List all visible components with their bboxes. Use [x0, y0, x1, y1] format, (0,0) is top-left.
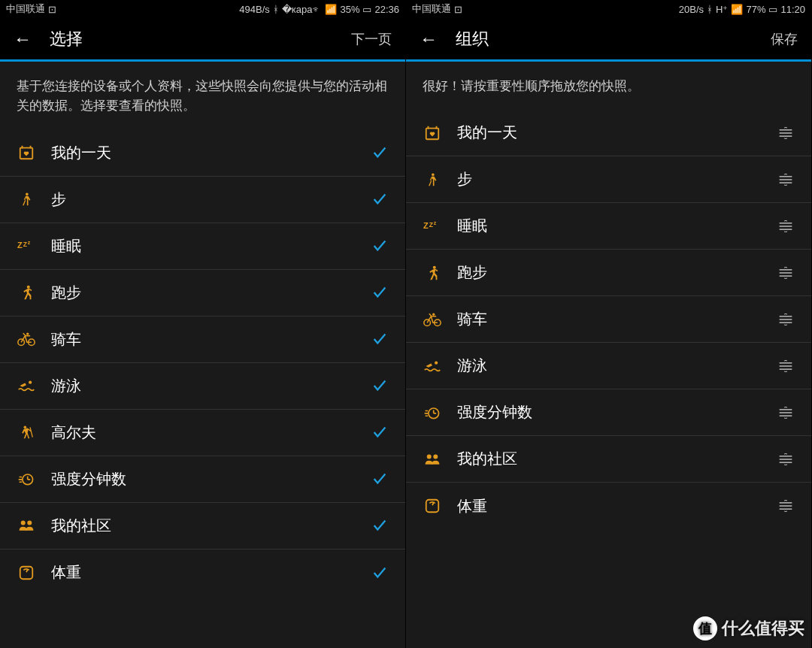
intensity-icon	[423, 405, 442, 420]
svg-point-41	[424, 319, 431, 326]
battery-pct: 35%	[340, 4, 359, 15]
clock: 11:20	[780, 4, 805, 15]
item-label: 睡眠	[457, 216, 762, 236]
calendar-heart-icon	[423, 125, 442, 141]
drag-handle-icon[interactable]	[777, 267, 795, 279]
item-label: 跑步	[51, 283, 356, 303]
drag-handle-icon[interactable]	[777, 313, 795, 326]
drag-handle-icon[interactable]	[777, 174, 795, 186]
cycle-icon	[423, 312, 442, 327]
app-bar: ← 组织 保存	[406, 18, 811, 62]
checkmark-icon[interactable]	[371, 191, 389, 207]
golf-icon	[17, 423, 36, 441]
list-item[interactable]: 我的社区	[406, 436, 811, 483]
list-item[interactable]: 跑步	[0, 270, 405, 316]
battery-pct: 77%	[746, 4, 765, 15]
list-item[interactable]: 我的一天	[406, 110, 811, 156]
svg-point-51	[429, 408, 439, 419]
walk-icon	[423, 171, 442, 189]
list-item[interactable]: 体重	[406, 483, 811, 529]
wifi-icon: �караᯤ	[282, 4, 323, 15]
weight-icon	[17, 565, 36, 581]
list-item[interactable]: 体重	[0, 550, 405, 596]
item-label: 骑车	[457, 309, 762, 329]
item-label: 强度分钟数	[457, 402, 762, 422]
item-label: 我的社区	[51, 516, 356, 536]
list-item[interactable]: 游泳	[0, 363, 405, 410]
next-button[interactable]: 下一页	[351, 30, 392, 48]
item-label: 强度分钟数	[51, 469, 356, 489]
list-item[interactable]: 步	[406, 156, 811, 203]
swim-icon	[423, 359, 442, 373]
drag-handle-icon[interactable]	[777, 407, 795, 419]
drag-handle-icon[interactable]	[777, 500, 795, 512]
drag-handle-icon[interactable]	[777, 360, 795, 372]
description-text: 基于您连接的设备或个人资料，这些快照会向您提供与您的活动相关的数据。选择要查看的…	[0, 62, 405, 130]
drag-handle-icon[interactable]	[777, 453, 795, 465]
svg-text:z: z	[434, 220, 437, 226]
list-item[interactable]: 游泳	[406, 343, 811, 389]
list-item[interactable]: 强度分钟数	[406, 389, 811, 436]
list-item[interactable]: 强度分钟数	[0, 456, 405, 503]
list-item[interactable]: 高尔夫	[0, 410, 405, 456]
cycle-icon	[17, 332, 36, 347]
checkmark-icon[interactable]	[371, 565, 389, 581]
list-item[interactable]: ZZz睡眠	[406, 203, 811, 250]
screen-organize: 中国联通 ⊡ 20B/s ᚼ H⁺ 📶 77% ▭ 11:20 ← 组织 保存 …	[406, 0, 812, 648]
back-button[interactable]: ←	[420, 29, 438, 50]
status-bar: 中国联通 ⊡ 494B/s ᚼ �караᯤ 📶 35% ▭ 22:36	[0, 0, 405, 18]
item-label: 跑步	[457, 262, 762, 283]
back-button[interactable]: ←	[14, 29, 32, 50]
svg-point-47	[435, 361, 438, 364]
list-item[interactable]: 我的一天	[0, 130, 405, 177]
svg-text:Z: Z	[423, 221, 429, 230]
sleep-icon: ZZz	[17, 238, 36, 253]
drag-handle-icon[interactable]	[777, 127, 795, 139]
item-label: 高尔夫	[51, 422, 356, 443]
app-bar: ← 选择 下一页	[0, 18, 405, 62]
svg-line-63	[432, 503, 434, 506]
checkmark-icon[interactable]	[371, 471, 389, 487]
list-item[interactable]: ZZz睡眠	[0, 223, 405, 270]
status-bar: 中国联通 ⊡ 20B/s ᚼ H⁺ 📶 77% ▭ 11:20	[406, 0, 811, 18]
calendar-heart-icon	[17, 144, 36, 161]
list-item[interactable]: 骑车	[406, 296, 811, 343]
list-item[interactable]: 骑车	[0, 316, 405, 363]
svg-text:Z: Z	[23, 241, 27, 248]
clock: 22:36	[374, 4, 399, 15]
battery-icon: ▭	[362, 4, 371, 15]
page-title: 组织	[456, 28, 489, 50]
run-icon	[423, 265, 442, 281]
svg-point-11	[29, 381, 32, 384]
save-button[interactable]: 保存	[771, 30, 798, 48]
svg-point-58	[433, 454, 438, 459]
bluetooth-icon: ᚼ	[707, 4, 713, 15]
checkmark-icon[interactable]	[371, 424, 389, 441]
svg-point-7	[27, 286, 30, 289]
description-text: 很好！请按重要性顺序拖放您的快照。	[406, 62, 811, 110]
svg-text:Z: Z	[17, 241, 23, 250]
checkmark-icon[interactable]	[371, 144, 389, 161]
list-item[interactable]: 我的社区	[0, 503, 405, 550]
item-label: 我的一天	[51, 143, 356, 163]
list-item[interactable]: 步	[0, 177, 405, 223]
swim-icon	[17, 379, 36, 392]
drag-handle-icon[interactable]	[777, 220, 795, 232]
item-label: 步	[457, 169, 762, 189]
net-speed: 20B/s	[679, 4, 704, 15]
svg-point-3	[26, 193, 29, 196]
watermark: 值 什么值得买	[693, 616, 804, 640]
checkmark-icon[interactable]	[371, 238, 389, 254]
checkmark-icon[interactable]	[371, 377, 389, 394]
item-label: 睡眠	[51, 236, 356, 256]
carrier: 中国联通	[412, 2, 451, 16]
item-label: 体重	[457, 496, 762, 516]
checkmark-icon[interactable]	[371, 331, 389, 347]
checkmark-icon[interactable]	[371, 517, 389, 534]
sim-icon: ⊡	[454, 4, 462, 15]
sim-icon: ⊡	[48, 4, 56, 15]
signal-icon: 📶	[325, 4, 337, 15]
checkmark-icon[interactable]	[371, 284, 389, 301]
list-item[interactable]: 跑步	[406, 250, 811, 296]
svg-point-17	[21, 521, 26, 525]
